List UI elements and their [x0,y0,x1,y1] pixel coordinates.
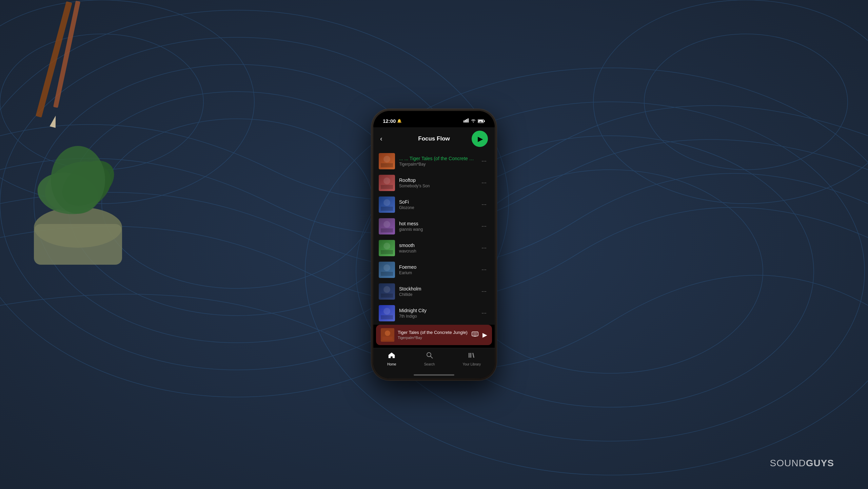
svg-rect-60 [382,337,393,340]
track-item[interactable]: hjortron bomull ··· [373,324,495,325]
svg-point-44 [383,243,390,249]
track-artist: Glozone [399,205,475,210]
svg-rect-62 [473,333,477,335]
svg-rect-67 [470,353,471,358]
track-artwork [379,283,395,300]
now-playing-bar[interactable]: Tiger Tales (of the Concrete Jungle) Tig… [376,325,492,345]
soundguys-watermark: SOUNDGUYS [770,458,834,469]
now-playing-info: Tiger Tales (of the Concrete Jungle) Tig… [398,330,468,340]
now-playing-play-icon[interactable]: ▶ [482,331,487,339]
svg-rect-63 [474,336,476,337]
track-more-button[interactable]: ··· [479,243,489,253]
svg-rect-28 [484,120,485,122]
svg-rect-66 [469,353,470,358]
home-label: Home [387,362,396,366]
track-title: Stockholm [399,286,475,291]
device-connect-icon[interactable] [472,332,478,338]
bottom-nav: Home Search [373,348,495,373]
track-item[interactable]: hot mess giannis wang ··· [373,215,495,237]
track-item[interactable]: Rooftop Somebody's Son ··· [373,172,495,194]
svg-rect-39 [381,207,393,211]
phone-device: 12:00 🔔 8 [371,109,497,380]
nav-home[interactable]: Home [387,352,396,366]
play-all-icon: ▶ [478,135,483,143]
svg-rect-26 [468,118,469,123]
track-info: Midnight City 7th Indigo [399,308,475,319]
track-artwork [379,305,395,321]
svg-point-64 [427,353,431,357]
track-item[interactable]: SoFi Glozone ··· [373,194,495,215]
track-more-button[interactable]: ··· [479,156,489,166]
play-all-button[interactable]: ▶ [472,131,488,147]
playlist-title: Focus Flow [418,135,450,142]
svg-point-53 [383,308,390,315]
battery-icon: 86 [478,119,485,123]
track-info: Stockholm Chillide [399,286,475,297]
track-info: smooth wavcrush [399,243,475,253]
home-icon [388,352,395,361]
track-item[interactable]: smooth wavcrush ··· [373,237,495,259]
track-artwork [379,218,395,234]
track-item[interactable]: ... ... Tiger Tales (of the Concrete Jun… [373,150,495,172]
svg-point-50 [383,286,390,293]
track-item[interactable]: Midnight City 7th Indigo ··· [373,302,495,324]
track-title: ... ... Tiger Tales (of the Concrete Jun… [399,156,475,161]
track-artwork [379,175,395,191]
track-info: SoFi Glozone [399,199,475,210]
svg-point-47 [383,264,390,271]
svg-rect-25 [466,119,467,123]
bell-icon: 🔔 [397,119,402,123]
now-playing-artist: Tigerpalm*Bay [398,336,468,340]
search-icon [426,352,433,361]
library-icon [468,352,475,361]
track-artist: Somebody's Son [399,184,475,188]
status-time: 12:00 🔔 [383,118,402,124]
svg-point-59 [385,331,390,336]
track-info: ... ... Tiger Tales (of the Concrete Jun… [399,156,475,167]
track-item[interactable]: Foemeo Earium ··· [373,259,495,281]
track-artwork [379,240,395,256]
nav-library[interactable]: Your Library [462,352,481,366]
app-header: ‹ Focus Flow ▶ [373,127,495,150]
track-artwork [379,153,395,169]
svg-point-32 [383,156,390,163]
track-title: Foemeo [399,264,475,270]
playlist-content[interactable]: ... ... Tiger Tales (of the Concrete Jun… [373,150,495,325]
library-label: Your Library [462,362,481,366]
track-artist: Chillide [399,292,475,297]
svg-rect-24 [465,120,466,123]
svg-point-35 [383,177,390,184]
status-icons: 86 [463,118,485,124]
track-artwork [379,262,395,278]
track-more-button[interactable]: ··· [479,178,489,188]
track-more-button[interactable]: ··· [479,200,489,209]
track-item[interactable]: Stockholm Chillide ··· [373,281,495,302]
track-title: smooth [399,243,475,248]
track-artist: wavcrush [399,249,475,253]
track-title: hot mess [399,221,475,226]
svg-rect-54 [381,315,393,319]
track-info: hot mess giannis wang [399,221,475,232]
track-more-button[interactable]: ··· [479,308,489,318]
track-more-button[interactable]: ··· [479,286,489,296]
svg-rect-42 [381,228,393,232]
back-button[interactable]: ‹ [380,135,382,143]
svg-line-65 [430,356,433,358]
track-title: SoFi [399,199,475,205]
track-artist: Earium [399,270,475,275]
track-artist: 7th Indigo [399,314,475,319]
track-more-button[interactable]: ··· [479,265,489,275]
svg-point-38 [383,199,390,206]
svg-rect-45 [381,250,393,254]
now-playing-artwork [381,328,394,342]
nav-search[interactable]: Search [424,352,435,366]
track-more-button[interactable]: ··· [479,221,489,231]
clock-label: 12:00 [383,118,396,124]
track-info: Foemeo Earium [399,264,475,275]
home-bar [414,374,454,376]
svg-rect-33 [381,163,393,167]
track-info: Rooftop Somebody's Son [399,177,475,188]
svg-rect-18 [34,224,122,265]
track-artwork [379,196,395,213]
wifi-icon [471,118,476,124]
